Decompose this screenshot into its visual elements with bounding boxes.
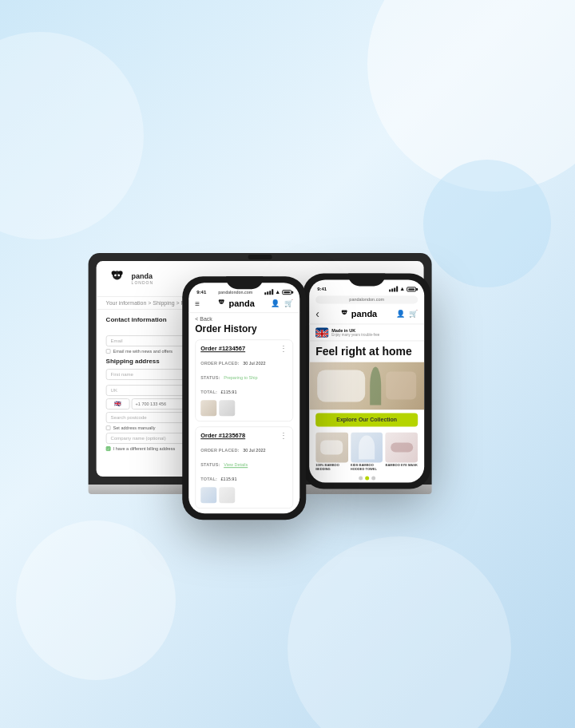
panda-logo-icon	[106, 267, 129, 290]
products-row: 100% BAMBOO BEDDING KIDS BAMBOO HOODED T…	[309, 429, 424, 474]
phone-home: 9:41 ▲ panda	[303, 273, 430, 489]
phone1-nav: ≡ panda 👤 🛒	[188, 296, 299, 313]
phone1-status-icons: ▲	[264, 289, 291, 295]
wifi-icon-2: ▲	[399, 286, 405, 291]
order-1-prod-img-1	[200, 400, 216, 416]
product-eye-mask: BAMBOO EYE MASK	[386, 432, 418, 472]
order-2-kebab[interactable]: ⋮	[280, 432, 288, 440]
order-2: ⋮ Order #1235678 ORDER PLACED: 30 Jul 20…	[195, 426, 293, 508]
explore-collection-button[interactable]: Explore Our Collection	[315, 413, 418, 426]
made-in-uk-banner: Made in UK Enjoy many years trouble-free	[309, 324, 424, 341]
uk-flag-icon	[315, 327, 328, 337]
phone2-body: 9:41 ▲ panda	[303, 273, 430, 489]
phone2-status-icons: ▲	[389, 286, 416, 291]
user-icon[interactable]: 👤	[271, 299, 280, 307]
battery-icon-2	[406, 287, 416, 291]
order-1-placed-label: ORDER PLACED:	[200, 361, 239, 366]
phone1-screen: 9:41 pandalondon.com ▲	[188, 283, 299, 513]
order-1-placed-value: 30 Jul 2022	[243, 361, 265, 366]
order-2-placed-value: 30 Jul 2022	[243, 448, 265, 453]
phone1-logo: panda	[216, 298, 254, 309]
phone1-nav-right: 👤 🛒	[271, 299, 293, 307]
order-2-status-value[interactable]: View Details	[224, 462, 248, 467]
laptop-logo: panda LONDON	[106, 267, 153, 290]
signal-icon	[264, 289, 273, 295]
svg-point-5	[116, 276, 119, 279]
phone-order-history: 9:41 pandalondon.com ▲	[182, 276, 306, 520]
product-hooded-towel: KIDS BAMBOO HOODED TOWEL	[351, 432, 383, 472]
hero-pillow	[317, 370, 365, 402]
order-2-number[interactable]: Order #1235678	[200, 432, 288, 439]
scene: panda LONDON Your information > Shipping…	[0, 0, 575, 728]
order-2-total-label: TOTAL:	[200, 477, 217, 481]
phone2-screen: 9:41 ▲ panda	[309, 279, 424, 482]
carousel-dots	[309, 474, 424, 483]
product-2-thumb	[351, 432, 383, 462]
order-1-status-value: Preparing to Ship	[224, 375, 258, 380]
phone2-nav: ‹ panda 👤 🛒	[309, 306, 424, 324]
order-1-prod-img-2	[219, 400, 235, 416]
phone1-url: pandalondon.com	[218, 290, 252, 295]
laptop-logo-text: panda	[132, 272, 153, 280]
phone2-logo: panda	[339, 308, 377, 319]
signal-icon-2	[389, 286, 398, 291]
hero-image	[309, 362, 424, 410]
product-3-thumb	[386, 432, 418, 462]
battery-icon	[282, 290, 291, 295]
dot-1[interactable]	[359, 477, 363, 481]
back-icon[interactable]: ‹	[315, 307, 319, 320]
email-checkbox[interactable]	[106, 349, 111, 354]
order-2-total-value: £115.91	[221, 477, 237, 481]
phone1-back-button[interactable]: < Back	[188, 313, 299, 322]
order-2-prod-img-2	[219, 487, 235, 503]
hero-plant	[370, 366, 381, 405]
uk-flag-svg	[315, 329, 328, 337]
phone1-body: 9:41 pandalondon.com ▲	[182, 276, 306, 520]
hero-bg-block	[386, 372, 416, 400]
order-1-total-value: £115.91	[221, 390, 237, 394]
order-1-number[interactable]: Order #1234567	[200, 345, 288, 352]
order-1-status-label: STATUS:	[200, 375, 220, 380]
product-3-label: BAMBOO EYE MASK	[386, 464, 418, 468]
laptop-logo-sub: LONDON	[132, 280, 153, 285]
order-history-title: Order History	[188, 322, 299, 339]
wifi-icon: ▲	[275, 289, 280, 295]
phone1-logo-icon	[216, 298, 227, 309]
cart-icon-2[interactable]: 🛒	[409, 310, 418, 318]
dot-2[interactable]	[365, 477, 369, 481]
different-billing-checkbox[interactable]	[106, 446, 111, 451]
laptop-notch	[248, 255, 272, 259]
phone-flag[interactable]: 🇬🇧	[106, 398, 130, 410]
order-2-prod-img-1	[200, 487, 216, 503]
product-bamboo-bedding: 100% BAMBOO BEDDING	[315, 432, 348, 472]
cart-icon[interactable]: 🛒	[284, 299, 293, 307]
phone2-url-bar[interactable]: pandalondon.com	[315, 295, 418, 303]
order-2-placed-label: ORDER PLACED:	[200, 448, 239, 453]
svg-point-14	[343, 312, 343, 313]
phone2-logo-icon	[339, 308, 350, 319]
product-2-label: KIDS BAMBOO HOODED TOWEL	[351, 464, 383, 472]
order-1: ⋮ Order #1234567 ORDER PLACED: 30 Jul 20…	[195, 339, 293, 421]
phone2-nav-right: 👤 🛒	[396, 310, 418, 318]
phone1-notch	[226, 276, 263, 289]
phone2-time: 9:41	[317, 287, 327, 291]
order-2-product-images	[200, 487, 288, 503]
product-1-label: 100% BAMBOO BEDDING	[315, 464, 348, 472]
menu-icon[interactable]: ≡	[195, 299, 200, 308]
svg-point-9	[220, 301, 221, 302]
order-1-product-images	[200, 400, 288, 416]
dot-3[interactable]	[371, 477, 375, 481]
order-1-total-label: TOTAL:	[200, 390, 217, 394]
user-icon-2[interactable]: 👤	[396, 310, 405, 318]
set-address-checkbox[interactable]	[106, 425, 111, 430]
order-2-status-label: STATUS:	[200, 462, 220, 467]
phone1-time: 9:41	[196, 290, 206, 295]
svg-point-15	[344, 312, 345, 313]
svg-point-10	[222, 301, 223, 302]
hero-title: Feel right at home	[309, 341, 424, 362]
order-1-kebab[interactable]: ⋮	[280, 345, 288, 353]
product-1-thumb	[315, 432, 348, 462]
phone2-notch	[348, 273, 385, 286]
made-in-uk-text: Made in UK Enjoy many years trouble-free	[331, 328, 379, 337]
